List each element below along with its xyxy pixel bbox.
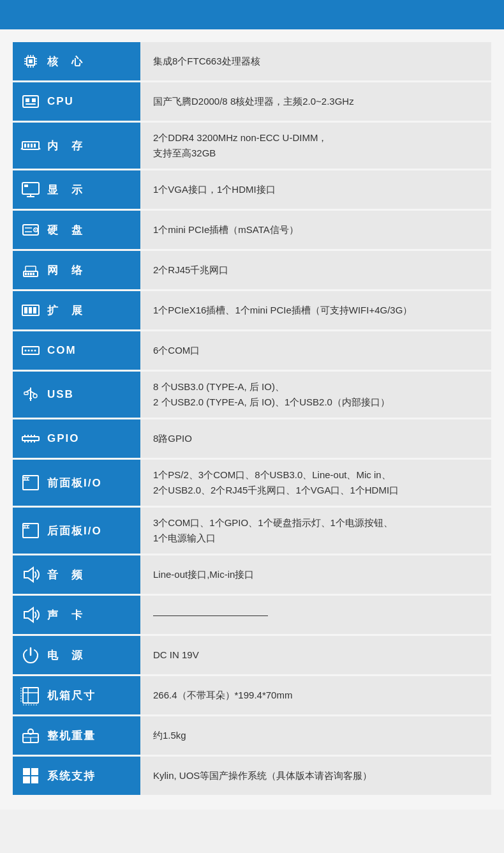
spec-row-usb: USB 8 个USB3.0 (TYPE-A, 后 IO)、2 个USB2.0 (… xyxy=(13,372,491,418)
spec-label-text-network: 网 络 xyxy=(47,263,84,278)
spec-label-usb: USB xyxy=(13,372,140,418)
spec-value-inner-weight: 约1.5kg xyxy=(153,728,478,743)
spec-value-inner-gpio: 8路GPIO xyxy=(153,431,478,446)
usb-icon xyxy=(19,383,42,406)
svg-rect-74 xyxy=(25,525,27,528)
spec-value-os: Kylin, UOS等国产操作系统（具体版本请咨询客服） xyxy=(140,757,491,795)
network-icon xyxy=(19,259,42,282)
spec-value-inner-com: 6个COM口 xyxy=(153,343,478,358)
spec-value-audio: Line-out接口,Mic-in接口 xyxy=(140,555,491,594)
spec-value-inner-cpu: 国产飞腾D2000/8 8核处理器，主频2.0~2.3GHz xyxy=(153,94,478,109)
svg-point-49 xyxy=(31,350,33,352)
spec-label-gpio: GPIO xyxy=(13,419,140,458)
spec-label-front-io: 前面板I/O xyxy=(13,460,140,506)
spec-label-text-display: 显 示 xyxy=(47,183,84,197)
size-icon xyxy=(19,684,42,707)
svg-rect-37 xyxy=(30,273,32,275)
svg-rect-17 xyxy=(26,103,36,105)
spec-label-text-audio: 音 频 xyxy=(47,568,84,582)
spec-value-inner-memory: 2个DDR4 3200MHz non-ECC U-DIMM，支持至高32GB xyxy=(153,130,478,161)
spec-label-text-soundcard: 声 卡 xyxy=(47,608,84,623)
svg-rect-90 xyxy=(23,768,30,775)
svg-rect-19 xyxy=(24,144,26,147)
chip-icon xyxy=(19,50,42,73)
cpu-icon xyxy=(19,90,42,113)
spec-row-rear-io: 后面板I/O 3个COM口、1个GPIO、1个硬盘指示灯、1个电源按钮、1个电源… xyxy=(13,508,491,554)
spec-value-rear-io: 3个COM口、1个GPIO、1个硬盘指示灯、1个电源按钮、1个电源输入口 xyxy=(140,508,491,554)
com-icon xyxy=(19,339,42,362)
spec-value-usb: 8 个USB3.0 (TYPE-A, 后 IO)、2 个USB2.0 (TYPE… xyxy=(140,372,491,418)
spec-row-gpio: GPIO 8路GPIO xyxy=(13,419,491,458)
spec-label-size: 机箱尺寸 xyxy=(13,676,140,714)
spec-value-inner-display: 1个VGA接口，1个HDMI接口 xyxy=(153,182,478,197)
svg-rect-43 xyxy=(24,307,27,313)
spec-label-text-memory: 内 存 xyxy=(47,139,84,153)
spec-label-text-power: 电 源 xyxy=(47,648,84,663)
spec-value-inner-rear-io: 3个COM口、1个GPIO、1个硬盘指示灯、1个电源按钮、1个电源输入口 xyxy=(153,515,478,546)
svg-rect-36 xyxy=(27,273,29,275)
svg-rect-20 xyxy=(27,144,29,147)
spec-label-audio: 音 频 xyxy=(13,555,140,594)
spec-value-inner-size: 266.4（不带耳朵）*199.4*70mm xyxy=(153,688,478,703)
spec-label-memory: 内 存 xyxy=(13,123,140,169)
svg-point-47 xyxy=(25,350,27,352)
spec-value-soundcard: ———————————— xyxy=(140,596,491,634)
svg-rect-44 xyxy=(29,307,32,313)
svg-point-31 xyxy=(35,229,36,230)
audio-icon xyxy=(19,563,42,586)
spec-value-network: 2个RJ45千兆网口 xyxy=(140,251,491,289)
spec-value-inner-expand: 1个PCIeX16插槽、1个mini PCIe插槽（可支持WIFI+4G/3G） xyxy=(153,303,478,318)
spec-label-com: COM xyxy=(13,331,140,370)
svg-point-55 xyxy=(33,394,37,398)
spec-row-core: 核 心 集成8个FTC663处理器核 xyxy=(13,42,491,80)
hdd-icon xyxy=(19,218,42,241)
power-icon xyxy=(19,644,42,667)
spec-row-front-io: 前面板I/O 1个PS/2、3个COM口、8个USB3.0、Line-out、M… xyxy=(13,460,491,506)
spec-row-soundcard: 声 卡 ———————————— xyxy=(13,596,491,634)
spec-value-power: DC IN 19V xyxy=(140,636,491,674)
spec-content: 核 心 集成8个FTC663处理器核 CPU 国产飞腾D2000/8 8核处理器… xyxy=(0,29,504,810)
spec-label-rear-io: 后面板I/O xyxy=(13,508,140,554)
audio-icon xyxy=(19,603,42,626)
spec-value-expand: 1个PCIeX16插槽、1个mini PCIe插槽（可支持WIFI+4G/3G） xyxy=(140,291,491,329)
svg-rect-38 xyxy=(33,273,34,275)
spec-label-expand: 扩 展 xyxy=(13,291,140,329)
svg-rect-93 xyxy=(31,776,38,783)
spec-value-cpu: 国产飞腾D2000/8 8核处理器，主频2.0~2.3GHz xyxy=(140,82,491,121)
svg-rect-21 xyxy=(31,144,33,147)
spec-label-text-size: 机箱尺寸 xyxy=(47,688,96,703)
svg-point-48 xyxy=(28,350,30,352)
spec-value-inner-audio: Line-out接口,Mic-in接口 xyxy=(153,567,478,582)
spec-row-hdd: 硬 盘 1个mini PCIe插槽（mSATA信号） xyxy=(13,211,491,249)
memory-icon xyxy=(19,134,42,157)
page-wrapper: 核 心 集成8个FTC663处理器核 CPU 国产飞腾D2000/8 8核处理器… xyxy=(0,0,504,810)
expand-icon xyxy=(19,299,42,322)
spec-row-network: 网 络 2个RJ45千兆网口 xyxy=(13,251,491,289)
svg-rect-58 xyxy=(22,437,39,441)
spec-label-display: 显 示 xyxy=(13,170,140,209)
spec-label-cpu: CPU xyxy=(13,82,140,121)
spec-label-os: 系统支持 xyxy=(13,757,140,795)
os-icon xyxy=(19,764,42,787)
spec-label-text-rear-io: 后面板I/O xyxy=(47,524,102,538)
spec-label-network: 网 络 xyxy=(13,251,140,289)
svg-rect-91 xyxy=(31,768,38,775)
gpio-icon xyxy=(19,427,42,450)
svg-rect-45 xyxy=(33,307,36,313)
svg-rect-22 xyxy=(34,144,36,147)
spec-value-size: 266.4（不带耳朵）*199.4*70mm xyxy=(140,676,491,714)
spec-row-audio: 音 频 Line-out接口,Mic-in接口 xyxy=(13,555,491,594)
spec-row-cpu: CPU 国产飞腾D2000/8 8核处理器，主频2.0~2.3GHz xyxy=(13,82,491,121)
spec-table: 核 心 集成8个FTC663处理器核 CPU 国产飞腾D2000/8 8核处理器… xyxy=(13,42,491,795)
svg-rect-16 xyxy=(32,98,36,102)
panel-icon xyxy=(19,471,42,494)
display-icon xyxy=(19,178,42,201)
spec-value-display: 1个VGA接口，1个HDMI接口 xyxy=(140,170,491,209)
svg-rect-68 xyxy=(25,478,27,480)
header xyxy=(0,0,504,29)
spec-row-power: 电 源 DC IN 19V xyxy=(13,636,491,674)
svg-rect-28 xyxy=(24,185,28,187)
panel-icon xyxy=(19,519,42,542)
spec-label-text-cpu: CPU xyxy=(47,95,74,108)
spec-label-core: 核 心 xyxy=(13,42,140,80)
